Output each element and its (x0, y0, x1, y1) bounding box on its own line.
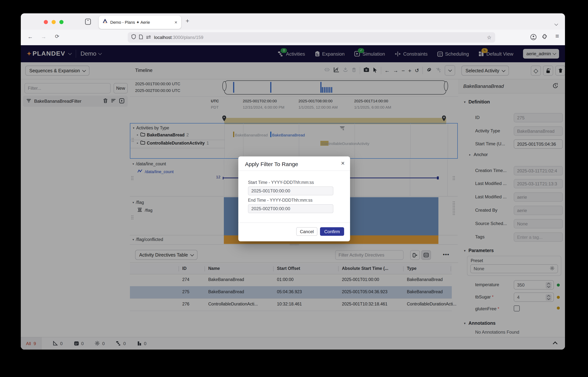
browser-window: Demo - Plans ✦ Aerie ✕ + ← → ⟳ localhost… (21, 13, 565, 350)
close-tab-icon[interactable]: ✕ (174, 20, 177, 24)
back-button[interactable]: ← (27, 33, 33, 40)
forward-button[interactable]: → (41, 33, 46, 40)
modal-title: Apply Filter To Range (245, 161, 298, 167)
menu-icon[interactable]: ≡ (555, 33, 559, 40)
profile-icon[interactable] (530, 34, 537, 42)
apply-filter-modal: Apply Filter To Range ✕ Start Time - YYY… (238, 156, 350, 241)
browser-titlebar: Demo - Plans ✦ Aerie ✕ + (21, 13, 565, 30)
extensions-icon[interactable] (542, 34, 548, 42)
favicon-aerie (102, 19, 108, 25)
close-window-button[interactable] (44, 20, 48, 24)
bookmark-star-icon[interactable]: ☆ (487, 35, 491, 40)
cancel-button[interactable]: Cancel (296, 227, 317, 236)
tab-list-chevron-icon[interactable] (555, 20, 558, 27)
maximize-window-button[interactable] (59, 20, 63, 24)
desktop: Demo - Plans ✦ Aerie ✕ + ← → ⟳ localhost… (0, 0, 588, 377)
app-page: ✦PLANDEV Demo 0 Activities Expansion (21, 45, 565, 350)
tab-overview-icon[interactable] (85, 18, 91, 27)
modal-close-icon[interactable]: ✕ (341, 161, 345, 166)
shield-icon[interactable] (131, 34, 136, 41)
page-info-icon[interactable] (139, 34, 143, 41)
url-text: localhost:3000/plans/159 (154, 35, 203, 40)
start-time-label: Start Time - YYYY-DDDThh:mm:ss (248, 180, 314, 185)
minimize-window-button[interactable] (52, 20, 56, 24)
tune-icon[interactable] (146, 34, 151, 41)
end-time-label: End Time - YYYY-DDDThh:mm:ss (248, 198, 313, 202)
browser-addressbar: ← → ⟳ localhost:3000/plans/159 ☆ ≡ (21, 30, 565, 46)
browser-tab[interactable]: Demo - Plans ✦ Aerie ✕ (99, 16, 181, 29)
new-tab-button[interactable]: + (186, 17, 189, 25)
end-time-input[interactable]: 2025-002T00:00:00 (248, 204, 333, 213)
tab-title: Demo - Plans ✦ Aerie (110, 20, 174, 25)
url-field[interactable]: localhost:3000/plans/159 ☆ (128, 32, 495, 43)
start-time-input[interactable]: 2025-001T00:00:00 (248, 187, 333, 195)
reload-button[interactable]: ⟳ (55, 33, 59, 39)
confirm-button[interactable]: Confirm (320, 227, 344, 236)
